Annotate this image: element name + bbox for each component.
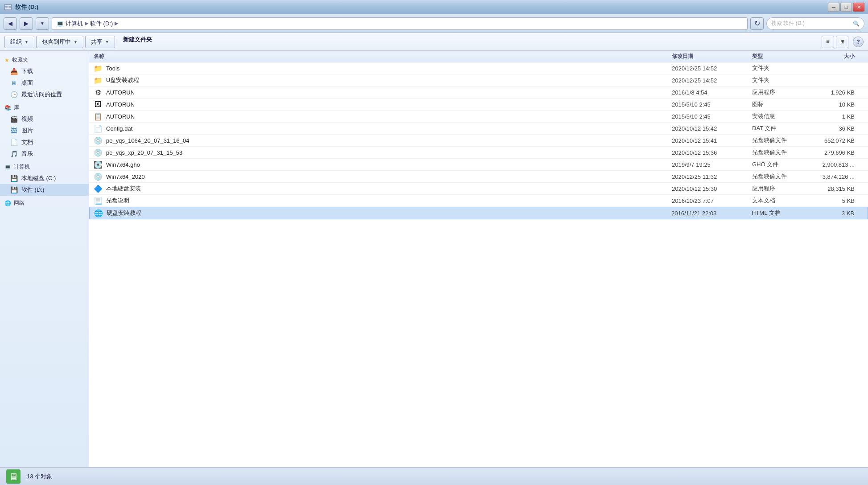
file-type: 光盘映像文件 [752,136,810,144]
table-row[interactable]: 💿 pe_yqs_xp_20_07_31_15_53 2020/10/12 15… [89,147,868,159]
computer-icon: 💻 [4,164,11,170]
file-name: AUTORUN [106,101,135,108]
file-type: 应用程序 [752,185,810,193]
file-date: 2020/12/25 11:32 [672,173,752,180]
file-name-cell: 📋 AUTORUN [94,112,672,121]
sidebar-section-library: 📚 库 🎬 视频 🖼 图片 📄 文档 🎵 音乐 [0,102,89,160]
back-button[interactable]: ◀ [4,17,17,30]
svg-rect-3 [8,7,11,8]
file-type-icon: 📋 [94,112,103,121]
sidebar-item-documents[interactable]: 📄 文档 [0,136,89,148]
file-type: 文本文档 [752,197,810,205]
table-row[interactable]: 📃 光盘说明 2016/10/23 7:07 文本文档 5 KB [89,195,868,207]
sidebar-header-library[interactable]: 📚 库 [0,102,89,113]
file-type: 文件夹 [752,64,810,72]
table-row[interactable]: 📁 U盘安装教程 2020/12/25 14:52 文件夹 [89,74,868,86]
preview-pane-button[interactable]: ⊞ [836,36,848,48]
path-segment-drive[interactable]: 软件 (D:) [90,20,113,28]
documents-icon: 📄 [10,138,18,146]
header-name[interactable]: 名称 [94,53,672,60]
sidebar-item-drive-c[interactable]: 💾 本地磁盘 (C:) [0,173,89,184]
file-type-icon: 📄 [94,124,103,133]
file-name-cell: 📄 Config.dat [94,124,672,133]
main-layout: ★ 收藏夹 📥 下载 🖥 桌面 🕒 最近访问的位置 📚 库 [0,51,868,467]
sidebar-label-video: 视频 [21,115,33,123]
sidebar-item-drive-d[interactable]: 💾 软件 (D:) [0,184,89,196]
table-row[interactable]: 📋 AUTORUN 2015/5/10 2:45 安装信息 1 KB [89,111,868,123]
file-date: 2020/10/12 15:30 [672,185,752,192]
table-row[interactable]: 💿 Win7x64_2020 2020/12/25 11:32 光盘映像文件 3… [89,171,868,183]
refresh-button[interactable]: ↻ [750,17,764,30]
sidebar-section-computer: 💻 计算机 💾 本地磁盘 (C:) 💾 软件 (D:) [0,161,89,196]
file-name: Win7x64_2020 [106,173,145,180]
sidebar-item-pictures[interactable]: 🖼 图片 [0,125,89,136]
search-placeholder: 搜索 软件 (D:) [771,20,805,27]
file-date: 2020/10/12 15:36 [672,149,752,156]
help-button[interactable]: ? [853,37,864,47]
table-row[interactable]: ⚙ AUTORUN 2016/1/8 4:54 应用程序 1,926 KB [89,86,868,99]
share-label: 共享 [91,38,103,46]
table-row[interactable]: 💽 Win7x64.gho 2019/9/7 19:25 GHO 文件 2,90… [89,159,868,171]
organize-button[interactable]: 组织 ▼ [4,36,34,48]
maximize-button[interactable]: □ [840,3,852,12]
svg-rect-2 [8,6,11,7]
view-options-button[interactable]: ≡ [822,36,834,48]
file-size: 10 KB [810,101,864,108]
table-row[interactable]: 📁 Tools 2020/12/25 14:52 文件夹 [89,62,868,74]
sidebar-item-desktop[interactable]: 🖥 桌面 [0,77,89,89]
file-date: 2020/12/25 14:52 [672,77,752,84]
file-name-cell: 🌐 硬盘安装教程 [94,209,671,218]
sidebar-label-music: 音乐 [21,150,33,158]
path-segment-computer[interactable]: 计算机 [66,20,83,28]
sidebar-item-video[interactable]: 🎬 视频 [0,113,89,125]
recent-button[interactable]: ▼ [36,17,49,30]
sidebar-item-music[interactable]: 🎵 音乐 [0,148,89,160]
address-path[interactable]: 💻 计算机 ▶ 软件 (D:) ▶ [52,17,748,30]
sidebar-header-computer[interactable]: 💻 计算机 [0,161,89,173]
file-size: 652,072 KB [810,137,864,144]
file-type: 应用程序 [752,88,810,96]
file-type: HTML 文档 [752,209,810,217]
window-icon [4,3,12,12]
favorites-star-icon: ★ [4,57,9,63]
sidebar-item-download[interactable]: 📥 下载 [0,66,89,77]
include-library-button[interactable]: 包含到库中 ▼ [36,36,83,48]
file-type: GHO 文件 [752,160,810,169]
forward-button[interactable]: ▶ [20,17,33,30]
file-type-icon: 📁 [94,76,103,85]
sidebar-header-favorites[interactable]: ★ 收藏夹 [0,54,89,66]
statusbar-app-icon: 🖥 [5,469,21,485]
header-date[interactable]: 修改日期 [672,53,752,60]
desktop-icon: 🖥 [10,79,18,87]
file-date: 2016/1/8 4:54 [672,89,752,96]
file-date: 2016/11/21 22:03 [671,210,752,217]
share-button[interactable]: 共享 ▼ [85,36,115,48]
file-name-cell: ⚙ AUTORUN [94,88,672,97]
table-row[interactable]: 💿 pe_yqs_1064_20_07_31_16_04 2020/10/12 … [89,135,868,147]
header-type[interactable]: 类型 [752,53,810,60]
file-size: 279,696 KB [810,149,864,156]
search-box[interactable]: 搜索 软件 (D:) 🔍 [766,17,864,30]
close-button[interactable]: ✕ [853,3,864,12]
table-row[interactable]: 🖼 AUTORUN 2015/5/10 2:45 图标 10 KB [89,99,868,111]
table-row[interactable]: 📄 Config.dat 2020/10/12 15:42 DAT 文件 36 … [89,123,868,135]
file-type-icon: 💿 [94,148,103,157]
file-name: AUTORUN [106,113,135,120]
file-type-icon: 📁 [94,64,103,73]
video-icon: 🎬 [10,115,18,123]
sidebar-section-network: 🌐 网络 [0,197,89,209]
network-label: 网络 [14,199,25,207]
new-folder-button[interactable]: 新建文件夹 [117,36,158,48]
sidebar-item-recent[interactable]: 🕒 最近访问的位置 [0,89,89,100]
sidebar-header-network[interactable]: 🌐 网络 [0,197,89,209]
table-row[interactable]: 🔷 本地硬盘安装 2020/10/12 15:30 应用程序 28,315 KB [89,183,868,195]
titlebar-left: 软件 (D:) [4,3,38,12]
file-name-cell: 💿 pe_yqs_xp_20_07_31_15_53 [94,148,672,157]
header-size[interactable]: 大小 [810,53,864,60]
file-name-cell: 🖼 AUTORUN [94,100,672,109]
file-name-cell: 📃 光盘说明 [94,196,672,205]
window-title: 软件 (D:) [15,3,38,11]
table-row[interactable]: 🌐 硬盘安装教程 2016/11/21 22:03 HTML 文档 3 KB [89,207,868,219]
minimize-button[interactable]: ─ [828,3,839,12]
titlebar: 软件 (D:) ─ □ ✕ [0,0,868,14]
